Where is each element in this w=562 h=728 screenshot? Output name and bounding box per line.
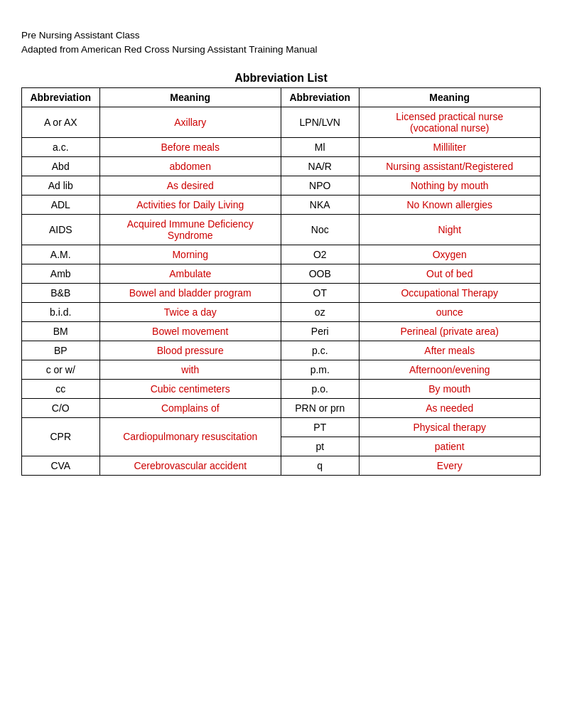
abbr-cell: Ml bbox=[281, 137, 360, 156]
abbr-cell: NPO bbox=[281, 176, 360, 195]
abbreviation-table: Abbreviation Meaning Abbreviation Meanin… bbox=[21, 87, 541, 476]
meaning-cell: Occupational Therapy bbox=[359, 283, 541, 302]
table-row: A or AXAxillaryLPN/LVNLicensed practical… bbox=[22, 107, 541, 137]
table-row: AbdabdomenNA/RNursing assistant/Register… bbox=[22, 156, 541, 176]
meaning-cell: Licensed practical nurse(vocational nurs… bbox=[359, 107, 541, 137]
header-block: Pre Nursing Assistant Class Adapted from… bbox=[21, 28, 541, 58]
meaning-cell: As desired bbox=[99, 176, 281, 195]
abbr-cell: oz bbox=[281, 302, 360, 321]
abbr-cell: C/O bbox=[22, 398, 100, 417]
meaning-cell: Cerebrovascular accident bbox=[99, 456, 281, 475]
col-abbr2: Abbreviation bbox=[281, 87, 360, 107]
table-row: b.i.d.Twice a dayozounce bbox=[22, 302, 541, 321]
meaning-cell: As needed bbox=[359, 398, 541, 417]
meaning-cell: Afternoon/evening bbox=[359, 360, 541, 379]
abbr-cell: PRN or prn bbox=[281, 398, 360, 417]
abbr-cell: q bbox=[281, 456, 360, 475]
abbr-cell: p.m. bbox=[281, 360, 360, 379]
meaning-cell: No Known allergies bbox=[359, 195, 541, 214]
abbr-cell: ADL bbox=[22, 195, 100, 214]
meaning-cell: Milliliter bbox=[359, 137, 541, 156]
meaning-cell: Axillary bbox=[99, 107, 281, 137]
abbr-cell: BM bbox=[22, 321, 100, 341]
abbr-cell: cc bbox=[22, 379, 100, 398]
table-row: CVACerebrovascular accidentqEvery bbox=[22, 456, 541, 475]
header-line1: Pre Nursing Assistant Class bbox=[21, 28, 541, 43]
meaning-cell: Cubic centimeters bbox=[99, 379, 281, 398]
meaning-cell: Bowel movement bbox=[99, 321, 281, 341]
meaning-cell: Oxygen bbox=[359, 245, 541, 264]
meaning-cell: Activities for Daily Living bbox=[99, 195, 281, 214]
meaning-cell: ounce bbox=[359, 302, 541, 321]
meaning-cell: Complains of bbox=[99, 398, 281, 417]
meaning-cell: Cardiopulmonary resuscitation bbox=[99, 417, 281, 456]
abbr-cell: PT bbox=[281, 417, 360, 437]
meaning-cell: Nursing assistant/Registered bbox=[359, 156, 541, 176]
meaning-cell: Perineal (private area) bbox=[359, 321, 541, 341]
table-row: A.M.MorningO2Oxygen bbox=[22, 245, 541, 264]
abbr-cell: a.c. bbox=[22, 137, 100, 156]
abbr-cell: NA/R bbox=[281, 156, 360, 176]
abbr-cell: OOB bbox=[281, 264, 360, 283]
abbr-cell: CPR bbox=[22, 417, 100, 456]
meaning-cell: Physical therapy bbox=[359, 417, 541, 437]
abbr-cell: OT bbox=[281, 283, 360, 302]
abbr-cell: Abd bbox=[22, 156, 100, 176]
meaning-cell: Twice a day bbox=[99, 302, 281, 321]
meaning-cell: abdomen bbox=[99, 156, 281, 176]
table-row: BPBlood pressurep.c.After meals bbox=[22, 341, 541, 360]
abbr-cell: Ad lib bbox=[22, 176, 100, 195]
meaning-cell: Every bbox=[359, 456, 541, 475]
abbr-cell: LPN/LVN bbox=[281, 107, 360, 137]
table-row: B&BBowel and bladder programOTOccupation… bbox=[22, 283, 541, 302]
abbr-cell: c or w/ bbox=[22, 360, 100, 379]
abbr-cell: p.o. bbox=[281, 379, 360, 398]
meaning-cell: Bowel and bladder program bbox=[99, 283, 281, 302]
table-row: CPRCardiopulmonary resuscitationPTPhysic… bbox=[22, 417, 541, 437]
meaning-cell: Nothing by mouth bbox=[359, 176, 541, 195]
meaning-cell: Morning bbox=[99, 245, 281, 264]
col-abbr1: Abbreviation bbox=[22, 87, 100, 107]
table-row: C/OComplains ofPRN or prnAs needed bbox=[22, 398, 541, 417]
col-meaning1: Meaning bbox=[99, 87, 281, 107]
abbr-cell: A.M. bbox=[22, 245, 100, 264]
header-line2: Adapted from American Red Cross Nursing … bbox=[21, 43, 541, 57]
table-row: Ad libAs desiredNPONothing by mouth bbox=[22, 176, 541, 195]
table-row: AmbAmbulateOOBOut of bed bbox=[22, 264, 541, 283]
table-row: ccCubic centimetersp.o.By mouth bbox=[22, 379, 541, 398]
meaning-cell: Acquired Immune Deficiency Syndrome bbox=[99, 214, 281, 245]
meaning-cell: Ambulate bbox=[99, 264, 281, 283]
meaning-cell: Before meals bbox=[99, 137, 281, 156]
abbr-cell: pt bbox=[281, 437, 360, 456]
abbr-cell: CVA bbox=[22, 456, 100, 475]
table-row: BMBowel movementPeriPerineal (private ar… bbox=[22, 321, 541, 341]
table-row: ADLActivities for Daily LivingNKANo Know… bbox=[22, 195, 541, 214]
abbr-cell: B&B bbox=[22, 283, 100, 302]
meaning-cell: Night bbox=[359, 214, 541, 245]
meaning-cell: Blood pressure bbox=[99, 341, 281, 360]
abbr-cell: b.i.d. bbox=[22, 302, 100, 321]
abbr-cell: Peri bbox=[281, 321, 360, 341]
meaning-cell: Out of bed bbox=[359, 264, 541, 283]
col-meaning2: Meaning bbox=[359, 87, 541, 107]
table-row: a.c.Before mealsMlMilliliter bbox=[22, 137, 541, 156]
abbr-cell: A or AX bbox=[22, 107, 100, 137]
table-title: Abbreviation List bbox=[21, 72, 541, 85]
abbr-cell: Amb bbox=[22, 264, 100, 283]
meaning-cell: patient bbox=[359, 437, 541, 456]
abbr-cell: NKA bbox=[281, 195, 360, 214]
table-row: c or w/withp.m.Afternoon/evening bbox=[22, 360, 541, 379]
table-row: AIDSAcquired Immune Deficiency SyndromeN… bbox=[22, 214, 541, 245]
table-header-row: Abbreviation Meaning Abbreviation Meanin… bbox=[22, 87, 541, 107]
meaning-cell: After meals bbox=[359, 341, 541, 360]
abbr-cell: O2 bbox=[281, 245, 360, 264]
abbr-cell: p.c. bbox=[281, 341, 360, 360]
meaning-cell: with bbox=[99, 360, 281, 379]
abbr-cell: AIDS bbox=[22, 214, 100, 245]
abbr-cell: Noc bbox=[281, 214, 360, 245]
meaning-cell: By mouth bbox=[359, 379, 541, 398]
abbr-cell: BP bbox=[22, 341, 100, 360]
